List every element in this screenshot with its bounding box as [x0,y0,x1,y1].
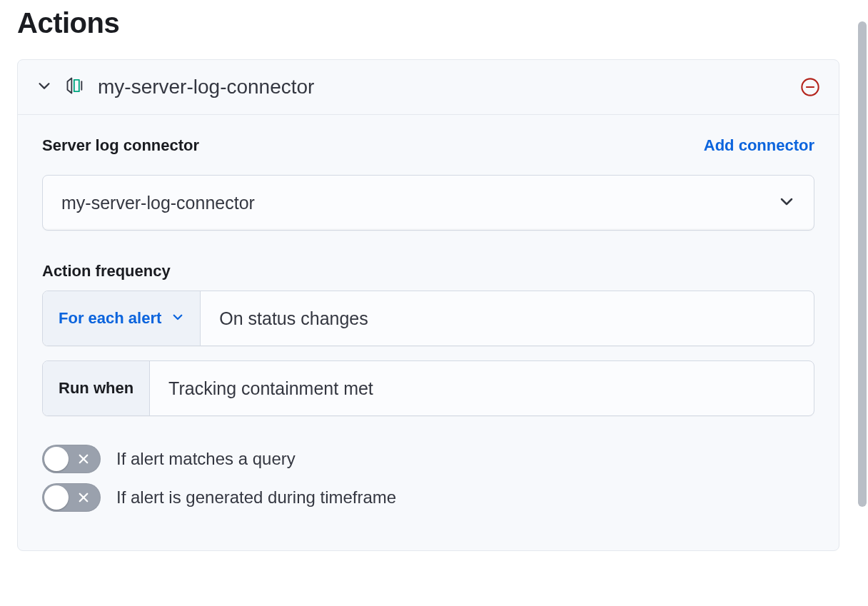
connector-select-value: my-server-log-connector [61,193,255,213]
frequency-trigger-value: On status changes [219,308,368,329]
chevron-down-icon [36,78,52,96]
match-query-toggle-label: If alert matches a query [116,449,296,469]
connector-select-label: Server log connector [42,136,199,155]
chevron-down-icon [171,309,184,328]
timeframe-toggle-label: If alert is generated during timeframe [116,488,396,507]
run-when-value: Tracking containment met [168,378,373,399]
connector-select[interactable]: my-server-log-connector [42,175,814,231]
timeframe-toggle[interactable] [42,483,101,512]
page-title: Actions [17,7,839,39]
frequency-mode-dropdown[interactable]: For each alert [43,291,201,345]
run-when-combo: Run when Tracking containment met [42,360,814,416]
action-frequency-label: Action frequency [42,262,814,281]
scrollbar[interactable] [858,21,867,507]
toggle-knob [44,485,69,510]
frequency-mode-value: For each alert [59,309,161,328]
frequency-trigger-select[interactable]: On status changes [201,291,814,345]
action-card-header[interactable]: my-server-log-connector [18,60,839,115]
connector-name: my-server-log-connector [98,76,314,99]
add-connector-link[interactable]: Add connector [704,136,814,155]
close-icon [77,491,90,504]
remove-action-button[interactable] [800,77,820,97]
run-when-select[interactable]: Tracking containment met [150,361,814,415]
run-when-prefix-label: Run when [59,379,133,398]
action-card-body: Server log connector Add connector my-se… [18,115,839,550]
match-query-toggle[interactable] [42,445,101,473]
action-card: my-server-log-connector Server log conne… [17,59,839,551]
toggle-knob [44,447,69,471]
close-icon [77,453,90,465]
scrollbar-thumb[interactable] [858,21,867,507]
run-when-prefix: Run when [43,361,150,415]
connector-icon [65,76,85,99]
chevron-down-icon [778,193,795,213]
frequency-combo: For each alert On status changes [42,291,814,346]
